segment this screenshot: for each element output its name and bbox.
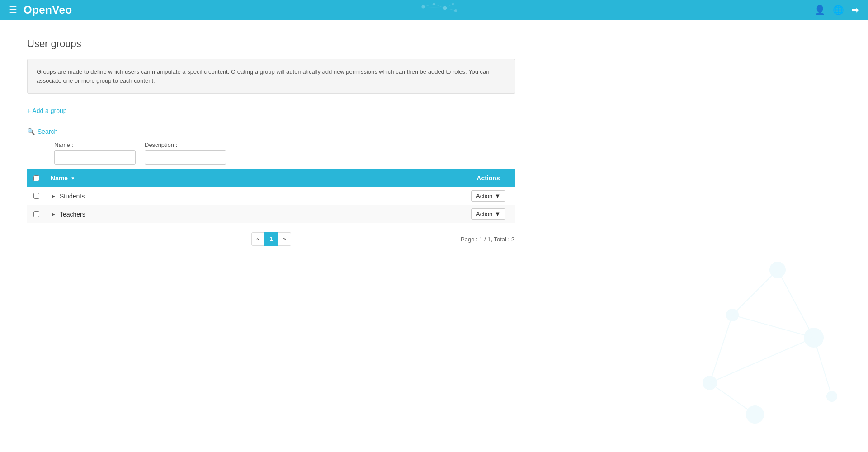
search-icon: 🔍	[27, 128, 35, 135]
name-column-label: Name	[51, 174, 68, 182]
row-checkbox-area	[27, 211, 45, 217]
search-section: 🔍 Search Name : Description :	[27, 128, 515, 165]
info-box: Groups are made to define which users ca…	[27, 59, 515, 94]
row-actions: Action ▼	[461, 190, 515, 202]
svg-point-10	[769, 262, 786, 264]
header-right: 👤 🌐 ➡	[814, 5, 859, 15]
next-page-button[interactable]: »	[278, 232, 291, 246]
table-header: Name ▼ Actions	[27, 169, 515, 187]
pagination: « 1 »	[251, 232, 291, 246]
action-button-label: Action	[476, 211, 492, 217]
info-text: Groups are made to define which users ca…	[37, 68, 490, 84]
row-name: ► Teachers	[45, 211, 461, 218]
select-all-checkbox[interactable]	[33, 175, 39, 181]
header-left: ☰ OpenVeo	[9, 4, 72, 16]
add-group-button[interactable]: + Add a group	[27, 107, 67, 114]
table-row: ► Students Action ▼	[27, 187, 515, 205]
row-checkbox-area	[27, 193, 45, 199]
actions-column-header: Actions	[461, 174, 515, 182]
page-title: User groups	[27, 38, 515, 50]
svg-line-7	[445, 4, 453, 8]
sort-arrow-icon: ▼	[71, 176, 75, 181]
description-filter-group: Description :	[145, 141, 226, 165]
main-content: User groups Groups are made to define wh…	[0, 20, 542, 264]
description-filter-input[interactable]	[145, 150, 226, 165]
user-icon[interactable]: 👤	[814, 5, 826, 15]
globe-icon[interactable]: 🌐	[833, 5, 844, 15]
groups-table: Name ▼ Actions ► Students Action ▼	[27, 169, 515, 223]
group-name: Teachers	[60, 211, 85, 218]
search-filters: Name : Description :	[27, 141, 515, 165]
action-button[interactable]: Action ▼	[471, 190, 505, 202]
header-checkbox-area	[27, 175, 45, 181]
action-button[interactable]: Action ▼	[471, 208, 505, 220]
background-decoration	[642, 179, 868, 264]
group-name: Students	[60, 193, 85, 200]
row-name: ► Students	[45, 193, 461, 200]
name-filter-label: Name :	[54, 141, 136, 148]
logo-veo: Veo	[52, 4, 72, 16]
svg-line-8	[445, 8, 456, 11]
search-toggle[interactable]: 🔍 Search	[27, 128, 515, 135]
page-info: Page : 1 / 1, Total : 2	[461, 236, 514, 243]
pagination-area: « 1 » Page : 1 / 1, Total : 2	[27, 232, 515, 246]
dropdown-arrow-icon: ▼	[495, 211, 500, 217]
search-label-text: Search	[38, 128, 57, 135]
table-row: ► Teachers Action ▼	[27, 205, 515, 223]
name-column-header[interactable]: Name ▼	[45, 174, 461, 182]
row-checkbox[interactable]	[33, 193, 39, 199]
name-filter-group: Name :	[54, 141, 136, 165]
name-filter-input[interactable]	[54, 150, 136, 165]
expand-icon[interactable]: ►	[51, 193, 56, 199]
logo-open: Open	[24, 4, 52, 16]
row-checkbox[interactable]	[33, 211, 39, 217]
logo: OpenVeo	[24, 4, 72, 16]
expand-icon[interactable]: ►	[51, 211, 56, 217]
prev-page-button[interactable]: «	[251, 232, 264, 246]
svg-line-5	[423, 4, 434, 7]
action-button-label: Action	[476, 193, 492, 199]
page-1-button[interactable]: 1	[264, 232, 278, 246]
description-filter-label: Description :	[145, 141, 226, 148]
logout-icon[interactable]: ➡	[851, 5, 859, 15]
hamburger-icon[interactable]: ☰	[9, 5, 17, 14]
row-actions: Action ▼	[461, 208, 515, 220]
header-decoration	[407, 0, 461, 21]
dropdown-arrow-icon: ▼	[495, 193, 500, 199]
header: ☰ OpenVeo 👤 🌐 ➡	[0, 0, 868, 20]
